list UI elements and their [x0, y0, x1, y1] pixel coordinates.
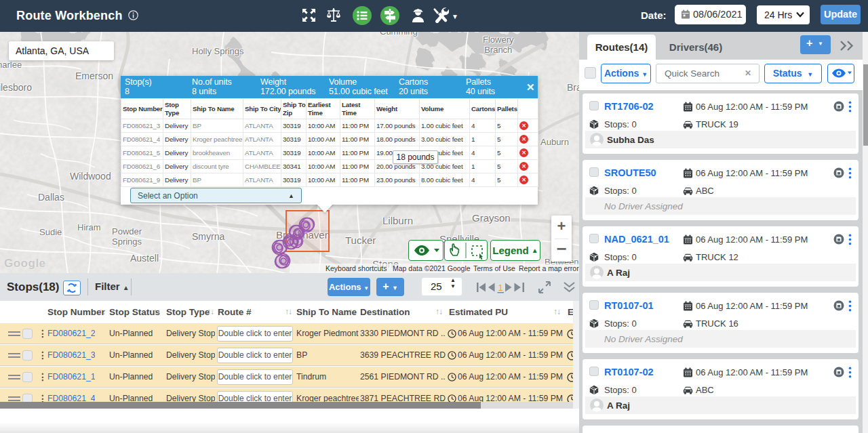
- svg-text:1: 1: [498, 283, 503, 293]
